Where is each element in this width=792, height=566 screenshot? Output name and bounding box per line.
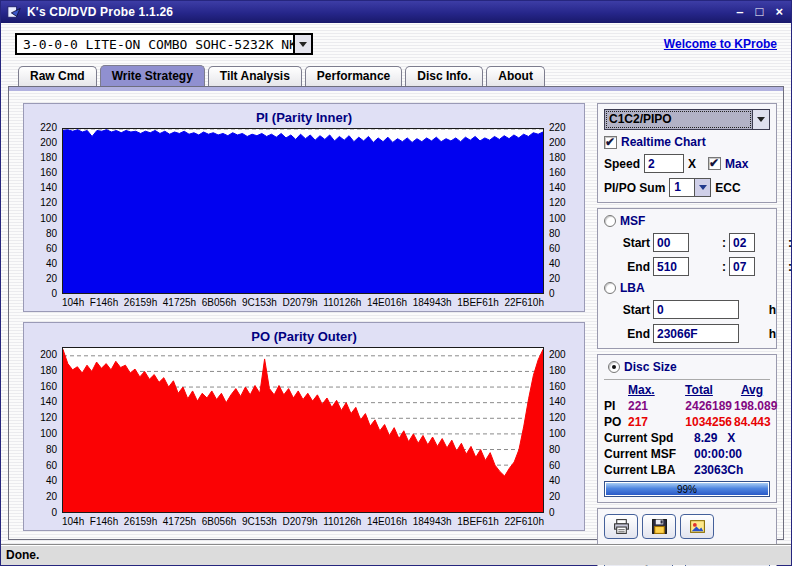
save-icon	[651, 518, 668, 535]
y-tick-label: 80	[549, 229, 560, 239]
speed-input[interactable]	[644, 154, 684, 173]
stats-table: Max. Total Avg PI 221 2426189 198.089 PO	[604, 379, 770, 497]
x-tick-label: 6B056h	[202, 516, 236, 528]
current-spd-label: Current Spd	[604, 431, 694, 445]
po-chart-title: PO (Parity Outer)	[28, 329, 580, 344]
x-tick-label: D2079h	[283, 297, 318, 309]
print-button[interactable]	[604, 514, 638, 539]
current-msf-row: Current MSF 00:00:00	[604, 447, 770, 461]
x-tick-label: 14E016h	[367, 297, 407, 309]
x-tick-label: 22F610h	[505, 516, 544, 528]
max-speed-checkbox[interactable]	[708, 157, 721, 170]
y-tick-label: 60	[549, 244, 560, 254]
speed-unit-label: X	[688, 157, 696, 171]
current-msf-value: 00:00:00	[694, 447, 742, 461]
x-tick-label: 26159h	[124, 516, 157, 528]
y-tick-label: 160	[40, 382, 57, 392]
pipo-sum-value: 1	[670, 179, 694, 196]
msf-start-sec-input[interactable]	[729, 233, 755, 252]
po-area-chart	[63, 348, 543, 512]
y-tick-label: 40	[46, 259, 57, 269]
lba-radio[interactable]	[604, 282, 616, 294]
y-tick-label: 20	[549, 274, 560, 284]
close-icon[interactable]: ×	[775, 5, 783, 19]
tab-performance[interactable]: Performance	[305, 66, 402, 86]
msf-end-min-input[interactable]	[653, 257, 689, 276]
y-tick-label: 60	[46, 244, 57, 254]
charts-column: PI (Parity Inner) 2202001801601401201008…	[23, 103, 585, 531]
y-tick-label: 120	[40, 198, 57, 208]
y-tick-label: 200	[549, 350, 566, 360]
y-tick-label: 120	[549, 413, 566, 423]
welcome-link[interactable]: Welcome to KProbe	[664, 37, 777, 51]
tab-tilt-analysis[interactable]: Tilt Analysis	[208, 66, 302, 86]
tab-page: PI (Parity Inner) 2202001801601401201008…	[8, 86, 784, 540]
progress-bar: 99%	[604, 481, 770, 497]
po-max-value: 217	[628, 415, 664, 429]
current-spd-value: 8.29 X	[694, 431, 735, 445]
y-tick-label: 220	[549, 123, 566, 133]
y-tick-label: 60	[46, 461, 57, 471]
lba-end-input[interactable]	[653, 324, 739, 343]
tab-raw-cmd[interactable]: Raw Cmd	[18, 66, 97, 86]
current-lba-value: 23063Ch	[694, 463, 743, 477]
chevron-down-icon[interactable]	[694, 179, 710, 196]
msf-start-min-input[interactable]	[653, 233, 689, 252]
minimize-icon[interactable]: –	[736, 5, 743, 19]
lba-end-label: End	[616, 327, 650, 341]
export-image-button[interactable]	[680, 514, 714, 539]
x-tick-label: 104h	[62, 516, 84, 528]
x-tick-label: D2079h	[283, 516, 318, 528]
stats-header-row: Max. Total Avg	[604, 383, 770, 397]
mode-select[interactable]: C1C2/PIPO	[604, 109, 770, 130]
current-lba-label: Current LBA	[604, 463, 694, 477]
msf-end-sec-input[interactable]	[729, 257, 755, 276]
y-tick-label: 120	[40, 413, 57, 423]
y-tick-label: 180	[549, 153, 566, 163]
tab-bar: Raw Cmd Write Strategy Tilt Analysis Per…	[8, 65, 784, 86]
disc-size-radio[interactable]	[608, 361, 620, 373]
pi-avg-value: 198.089	[734, 399, 777, 413]
stats-header-total: Total	[666, 383, 732, 397]
current-msf-label: Current MSF	[604, 447, 694, 461]
pi-plot-area	[62, 128, 544, 294]
tab-disc-info[interactable]: Disc Info.	[405, 66, 483, 86]
realtime-chart-checkbox[interactable]	[604, 136, 617, 149]
chevron-down-icon[interactable]	[752, 110, 769, 129]
y-tick-label: 20	[549, 492, 560, 502]
save-button[interactable]	[642, 514, 676, 539]
image-icon	[689, 518, 706, 535]
y-tick-label: 40	[549, 259, 560, 269]
realtime-chart-label: Realtime Chart	[621, 135, 706, 149]
y-tick-label: 160	[549, 382, 566, 392]
lba-start-label: Start	[616, 303, 650, 317]
tab-write-strategy[interactable]: Write Strategy	[100, 65, 205, 86]
speed-label: Speed	[604, 157, 640, 171]
lba-start-input[interactable]	[653, 300, 739, 319]
y-tick-label: 140	[549, 183, 566, 193]
pipo-sum-select[interactable]: 1	[669, 178, 711, 197]
printer-icon	[613, 518, 630, 535]
y-tick-label: 160	[549, 168, 566, 178]
pi-x-axis: 104hF146h26159h41725h6B056h9C153hD2079h1…	[62, 294, 544, 309]
chevron-down-icon[interactable]	[293, 35, 311, 53]
current-lba-row: Current LBA 23063Ch	[604, 463, 770, 477]
x-tick-label: 184943h	[413, 297, 452, 309]
lba-start-unit: h	[742, 303, 776, 317]
y-tick-label: 80	[46, 445, 57, 455]
y-tick-label: 200	[549, 138, 566, 148]
x-tick-label: 1BEF61h	[457, 516, 499, 528]
x-tick-label: 110126h	[323, 516, 361, 528]
y-tick-label: 40	[549, 476, 560, 486]
maximize-icon[interactable]: □	[756, 5, 764, 19]
y-tick-label: 0	[51, 289, 57, 299]
msf-radio[interactable]	[604, 215, 616, 227]
pi-y-axis-right: 220200180160140120100806040200	[544, 128, 580, 294]
control-panel: C1C2/PIPO Realtime Chart Speed X Max	[597, 103, 777, 531]
y-tick-label: 200	[40, 138, 57, 148]
tab-about[interactable]: About	[486, 66, 545, 86]
window-controls: – □ ×	[736, 5, 783, 19]
drive-select[interactable]: 3-0-0-0 LITE-ON COMBO SOHC-5232K NK07	[15, 33, 313, 55]
range-box: MSF Start : : End :	[597, 208, 777, 349]
po-x-axis: 104hF146h26159h41725h6B056h9C153hD2079h1…	[62, 513, 544, 528]
